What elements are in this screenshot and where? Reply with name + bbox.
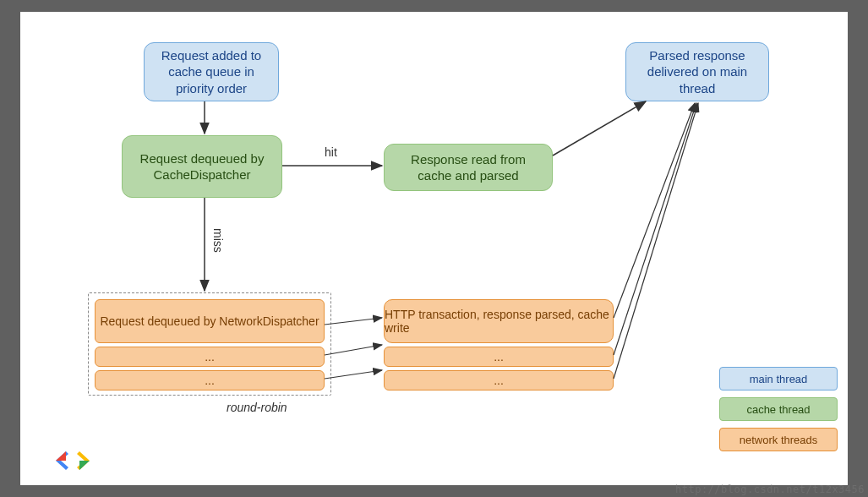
node-text: Response read from cache and parsed — [393, 151, 543, 184]
node-text: Request dequeued by CacheDispatcher — [131, 150, 273, 183]
node-cache-hit: Response read from cache and parsed — [384, 144, 553, 191]
legend-text: cache thread — [746, 403, 810, 416]
ellipsis-text: ... — [205, 350, 215, 363]
legend-main-thread: main thread — [719, 367, 838, 390]
stack-ellipsis: ... — [384, 347, 614, 367]
edge-label-round-robin: round-robin — [227, 401, 287, 414]
svg-line-6 — [325, 370, 382, 379]
ellipsis-text: ... — [205, 374, 215, 387]
node-text: Request dequeued by NetworkDispatcher — [100, 314, 319, 328]
stack-ellipsis: ... — [95, 347, 325, 367]
edge-label-hit: hit — [325, 145, 337, 159]
svg-marker-13 — [79, 461, 90, 470]
svg-line-8 — [614, 103, 696, 355]
legend: main thread cache thread network threads — [719, 367, 838, 451]
legend-text: network threads — [740, 434, 818, 446]
node-net-dispatcher: Request dequeued by NetworkDispatcher — [95, 299, 325, 343]
node-http-transaction: HTTP transaction, response parsed, cache… — [384, 299, 614, 343]
svg-marker-11 — [56, 451, 66, 461]
node-text: Request added to cache queue in priority… — [153, 47, 270, 97]
node-text: Parsed response delivered on main thread — [635, 47, 760, 97]
legend-text: main thread — [750, 373, 808, 385]
node-delivered: Parsed response delivered on main thread — [625, 42, 769, 101]
svg-line-4 — [325, 318, 382, 325]
node-cache-dispatcher: Request dequeued by CacheDispatcher — [122, 135, 282, 198]
svg-line-5 — [325, 345, 382, 355]
stack-ellipsis: ... — [384, 370, 614, 390]
svg-line-9 — [614, 103, 698, 379]
node-text: HTTP transaction, response parsed, cache… — [385, 308, 613, 335]
edge-label-miss: miss — [211, 228, 225, 253]
svg-line-2 — [553, 101, 646, 156]
legend-network-threads: network threads — [719, 428, 838, 451]
svg-line-7 — [614, 103, 695, 318]
ellipsis-text: ... — [494, 374, 504, 387]
ellipsis-text: ... — [494, 350, 504, 363]
google-dev-logo-icon — [56, 450, 90, 472]
node-request-added: Request added to cache queue in priority… — [144, 42, 279, 101]
watermark-text: http://blog.csdn.net/t12x3456 — [675, 483, 865, 495]
stack-ellipsis: ... — [95, 370, 325, 390]
diagram-canvas: Request added to cache queue in priority… — [20, 12, 848, 485]
legend-cache-thread: cache thread — [719, 397, 838, 421]
